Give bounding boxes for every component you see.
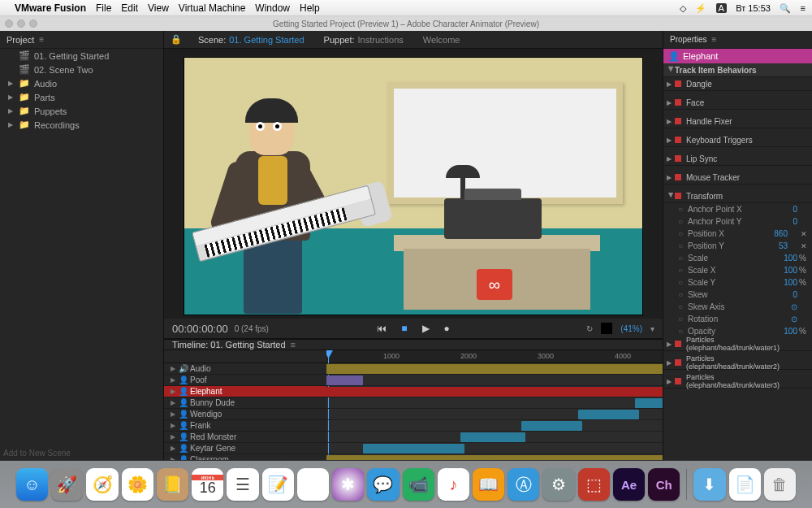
- tab-scene[interactable]: Scene:01. Getting Started: [188, 35, 314, 45]
- music-dock-icon[interactable]: ♪: [438, 468, 469, 501]
- track-label[interactable]: ▶👤Bunny Dude: [164, 397, 326, 409]
- menu-edit[interactable]: Edit: [121, 2, 138, 14]
- timeline-clip[interactable]: [363, 444, 464, 454]
- track-row[interactable]: [326, 443, 663, 454]
- launchpad-dock-icon[interactable]: 🚀: [51, 468, 83, 501]
- project-item[interactable]: ▶📁Parts: [0, 90, 163, 104]
- tab-puppet[interactable]: Puppet:Instructions: [314, 35, 413, 45]
- input-source-icon[interactable]: А: [716, 3, 727, 13]
- selected-object-header[interactable]: 👤 Elephant: [663, 49, 812, 63]
- reminders-dock-icon[interactable]: ☰: [227, 468, 258, 501]
- timeline-clip[interactable]: [326, 376, 363, 385]
- tab-welcome[interactable]: Welcome: [413, 35, 470, 45]
- behavior-item[interactable]: ▶Handle Fixer: [663, 115, 812, 128]
- lock-icon[interactable]: 🔒: [164, 34, 188, 45]
- project-item[interactable]: 🎬01. Getting Started: [0, 49, 163, 63]
- safari-dock-icon[interactable]: 🧭: [86, 468, 118, 501]
- clock[interactable]: Вт 15:53: [736, 3, 771, 13]
- behavior-item[interactable]: ▶Dangle: [663, 77, 812, 91]
- timeline-clip[interactable]: [578, 410, 639, 419]
- transform-property[interactable]: ○Anchor Point X0: [663, 203, 812, 215]
- track-row[interactable]: [326, 432, 663, 443]
- track-label[interactable]: ▶👤Keytar Gene: [164, 443, 326, 454]
- track-row[interactable]: [326, 386, 663, 397]
- appstore-dock-icon[interactable]: Ⓐ: [508, 468, 539, 501]
- time-ruler[interactable]: 10002000300040005000: [326, 350, 663, 363]
- add-to-new-scene[interactable]: Add to New Scene: [3, 449, 71, 458]
- behavior-item[interactable]: ▶Mouse Tracker: [663, 171, 812, 185]
- project-item[interactable]: ▶📁Recordings: [0, 118, 163, 132]
- downloads-dock-icon[interactable]: ⬇: [693, 468, 725, 501]
- transform-property[interactable]: ○Scale X100%: [663, 264, 812, 276]
- project-item[interactable]: ▶📁Puppets: [0, 104, 163, 118]
- timeline-menu-icon[interactable]: ≡: [291, 340, 296, 350]
- wifi-icon[interactable]: ◇: [680, 3, 686, 13]
- transform-property[interactable]: ○Position Y53✕: [663, 240, 812, 252]
- particles-item[interactable]: ▶Particles (elephant/head/trunk/water2): [663, 356, 812, 370]
- zoom-level[interactable]: (41%): [620, 324, 642, 333]
- track-row[interactable]: [326, 397, 663, 409]
- properties-menu-icon[interactable]: ≡: [712, 35, 717, 44]
- photos-dock-icon[interactable]: 🌼: [122, 468, 153, 501]
- track-label[interactable]: ▶👤Frank: [164, 420, 326, 432]
- track-label[interactable]: ▶👤Wendigo: [164, 409, 326, 420]
- settings-dock-icon[interactable]: ⚙: [542, 468, 574, 501]
- menu-view[interactable]: View: [148, 2, 169, 14]
- zoom-dropdown-icon[interactable]: ▾: [650, 324, 654, 333]
- record-button[interactable]: ●: [444, 323, 450, 334]
- transform-property[interactable]: ○Scale Y100%: [663, 276, 812, 289]
- spotlight-icon[interactable]: 🔍: [780, 3, 791, 13]
- project-item[interactable]: ▶📁Audio: [0, 76, 163, 90]
- track-row[interactable]: [326, 375, 663, 386]
- stop-button[interactable]: ■: [401, 323, 407, 334]
- menu-virtual-machine[interactable]: Virtual Machine: [179, 2, 246, 14]
- scene-canvas[interactable]: ∞: [184, 57, 643, 315]
- track-label[interactable]: ▶👤Classroom: [164, 454, 326, 460]
- track-row[interactable]: [326, 420, 663, 432]
- timeline-clip[interactable]: [326, 364, 663, 374]
- project-item[interactable]: 🎬02. Scene Two: [0, 63, 163, 76]
- menu-window[interactable]: Window: [255, 2, 290, 14]
- after-effects-dock-icon[interactable]: Ae: [613, 468, 645, 501]
- menubar-app-name[interactable]: VMware Fusion: [15, 2, 86, 14]
- behavior-item[interactable]: ▶Lip Sync: [663, 152, 812, 166]
- notes-dock-icon[interactable]: 📝: [262, 468, 294, 501]
- track-row[interactable]: [326, 454, 663, 460]
- transform-section[interactable]: ▶Transform: [663, 189, 812, 203]
- track-label[interactable]: ▶🔊Audio: [164, 363, 326, 375]
- transform-property[interactable]: ○Position X860✕: [663, 228, 812, 240]
- transform-property[interactable]: ○Skew0: [663, 289, 812, 301]
- particles-item[interactable]: ▶Particles (elephant/head/trunk/water1): [663, 337, 812, 351]
- menu-help[interactable]: Help: [300, 2, 320, 14]
- finder-dock-icon[interactable]: ☺: [16, 468, 48, 501]
- battery-icon[interactable]: ⚡: [695, 3, 706, 13]
- timecode[interactable]: 00:00:00:00: [172, 323, 228, 335]
- puppet-character[interactable]: [197, 102, 343, 314]
- track-label[interactable]: ▶👤Elephant: [164, 386, 326, 397]
- minimize-window-button[interactable]: [17, 20, 25, 28]
- facetime-dock-icon[interactable]: 📹: [403, 468, 434, 501]
- timeline-clip[interactable]: [635, 398, 663, 408]
- particles-item[interactable]: ▶Particles (elephant/head/trunk/water3): [663, 375, 812, 389]
- behaviors-section[interactable]: ▶Track Item Behaviors: [663, 63, 812, 77]
- timeline-clip[interactable]: [326, 455, 663, 460]
- track-row[interactable]: lasterAudio.aif: [326, 363, 663, 375]
- preview-dock-icon[interactable]: 🖼: [297, 468, 329, 501]
- checker-icon[interactable]: [601, 323, 612, 334]
- itunes-dock-icon[interactable]: ✱: [332, 468, 364, 501]
- close-window-button[interactable]: [5, 20, 13, 28]
- transform-property[interactable]: ○Scale100%: [663, 252, 812, 264]
- loop-icon[interactable]: ↻: [586, 324, 593, 333]
- track-label[interactable]: ▶👤Red Monster: [164, 432, 326, 443]
- transform-property[interactable]: ○Rotation⊙: [663, 313, 812, 325]
- transform-property[interactable]: ○Anchor Point Y0: [663, 215, 812, 228]
- behavior-item[interactable]: ▶Keyboard Triggers: [663, 133, 812, 147]
- document-dock-icon[interactable]: 📄: [729, 468, 761, 501]
- contacts-dock-icon[interactable]: 📒: [157, 468, 188, 501]
- timeline-clip[interactable]: [521, 421, 582, 431]
- project-menu-icon[interactable]: ≡: [39, 35, 44, 44]
- track-label[interactable]: ▶👤Poof: [164, 375, 326, 386]
- zoom-window-button[interactable]: [29, 20, 37, 28]
- trash-dock-icon[interactable]: 🗑: [764, 468, 796, 501]
- menu-file[interactable]: File: [96, 2, 111, 14]
